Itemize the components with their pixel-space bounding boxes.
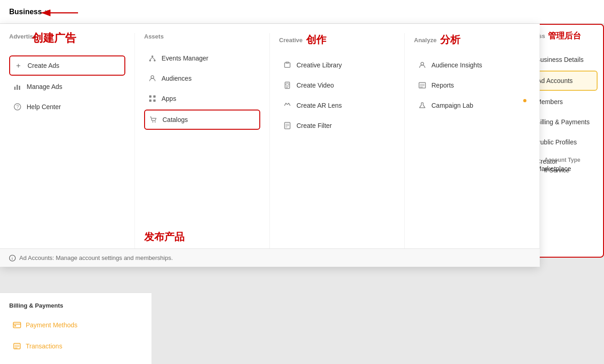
svg-rect-3 [17,85,18,90]
svg-point-17 [152,121,153,122]
help-circle-icon: ? [13,102,22,111]
video-icon [283,81,292,90]
help-center-item[interactable]: ? Help Center [9,98,125,116]
account-type-value: lf-Service [544,167,599,174]
create-ads-label: Create Ads [28,62,59,69]
svg-line-10 [150,57,152,60]
members-label: Members [536,98,563,105]
red-arrow-annotation [37,5,83,21]
svg-rect-14 [153,95,156,98]
svg-rect-48 [14,325,16,327]
manage-ads-label: Manage Ads [27,83,62,90]
bar-chart-icon [13,82,22,91]
create-ads-item[interactable]: ＋ Create Ads [9,55,125,76]
svg-text:?: ? [17,105,19,110]
svg-text:i: i [12,256,13,261]
svg-line-11 [152,57,155,60]
svg-rect-46 [13,322,21,328]
events-manager-label: Events Manager [162,55,208,62]
apps-icon [148,94,157,103]
plus-icon: ＋ [14,61,23,70]
audiences-item[interactable]: Audiences [144,69,260,88]
svg-point-29 [421,62,424,65]
svg-rect-2 [14,87,16,90]
help-center-label: Help Center [27,103,61,110]
create-ad-annotation: 创建广告 [32,31,76,45]
publish-product-annotation: 发布产品 [144,230,185,244]
create-video-item[interactable]: Create Video [279,76,395,94]
assets-section: Assets Events Manager [135,33,270,258]
creative-library-label: Creative Library [296,61,342,69]
create-ar-lens-item[interactable]: Create AR Lens [279,96,395,115]
filter-icon [283,121,292,130]
svg-point-12 [151,76,154,78]
events-icon [148,54,157,63]
create-filter-label: Create Filter [296,122,332,129]
transactions-nav[interactable]: Transactions [9,337,142,355]
topbar: Business ∨ [0,0,604,24]
payment-methods-label: Payment Methods [26,321,78,329]
creative-annotation: 创作 [306,33,326,47]
svg-rect-16 [153,99,156,102]
svg-rect-4 [19,86,20,90]
audience-insights-item[interactable]: Audience Insights [414,56,530,74]
campaign-lab-item[interactable]: Campaign Lab [414,96,530,115]
svg-point-18 [155,121,156,122]
catalogs-label: Catalogs [162,116,188,123]
ar-lens-icon [283,101,292,110]
reports-icon [418,81,427,90]
svg-point-9 [154,60,156,61]
create-ar-lens-label: Create AR Lens [296,102,342,109]
svg-point-8 [149,60,151,61]
cart-icon [149,115,158,124]
audiences-icon [148,74,157,83]
apps-item[interactable]: Apps [144,89,260,108]
dot-badge [523,99,526,102]
reports-label: Reports [431,82,454,89]
transactions-icon [13,342,21,350]
audiences-label: Audiences [162,75,191,82]
payment-methods-icon [13,321,21,329]
bottom-sidebar: Billing & Payments Payment Methods [0,292,151,364]
transactions-label: Transactions [26,342,62,350]
flask-icon [418,101,427,110]
info-bar: i Ad Accounts: Manage account settings a… [0,248,540,267]
campaign-lab-label: Campaign Lab [431,102,473,109]
creative-library-icon [283,61,292,70]
business-mgmt-annotation: 管理后台 [548,30,581,41]
svg-rect-22 [286,83,289,85]
events-manager-item[interactable]: Events Manager [144,49,260,67]
analyze-annotation: 分析 [440,33,460,47]
account-type-header: Account Type [544,157,599,163]
audience-insights-label: Audience Insights [431,61,482,69]
analyze-section: Analyze 分析 Audience Insights [405,33,540,258]
audience-insights-icon [418,61,427,70]
creative-library-item[interactable]: Creative Library [279,56,395,74]
manage-ads-item[interactable]: Manage Ads [9,77,125,96]
creative-header: Creative 创作 [279,33,395,49]
svg-rect-15 [149,99,151,102]
catalogs-item[interactable]: Catalogs [144,110,260,130]
info-icon: i [9,255,16,261]
svg-rect-13 [149,95,151,98]
info-text: Ad Accounts: Manage account settings and… [19,254,173,261]
creative-section: Creative 创作 Creative Library [270,33,405,258]
advertise-section: Advertise 创建广告 ＋ Create Ads Manage Ads [0,33,135,258]
main-dropdown: Advertise 创建广告 ＋ Create Ads Manage Ads [0,24,540,267]
assets-header: Assets [144,33,260,42]
public-profiles-label: Public Profiles [536,138,577,146]
right-panel: Account Type lf-Service [540,152,604,178]
create-video-label: Create Video [296,82,334,89]
analyze-header: Analyze 分析 [414,33,530,49]
billing-payments-label: Billing & Payments [536,118,590,126]
ad-accounts-label: Ad Accounts [537,77,573,84]
create-filter-item[interactable]: Create Filter [279,116,395,135]
billing-section-title: Billing & Payments [9,302,142,309]
business-details-label: Business Details [536,56,584,63]
reports-item[interactable]: Reports [414,76,530,94]
apps-label: Apps [162,95,176,102]
payment-methods-nav[interactable]: Payment Methods [9,316,142,334]
svg-point-7 [151,55,153,57]
